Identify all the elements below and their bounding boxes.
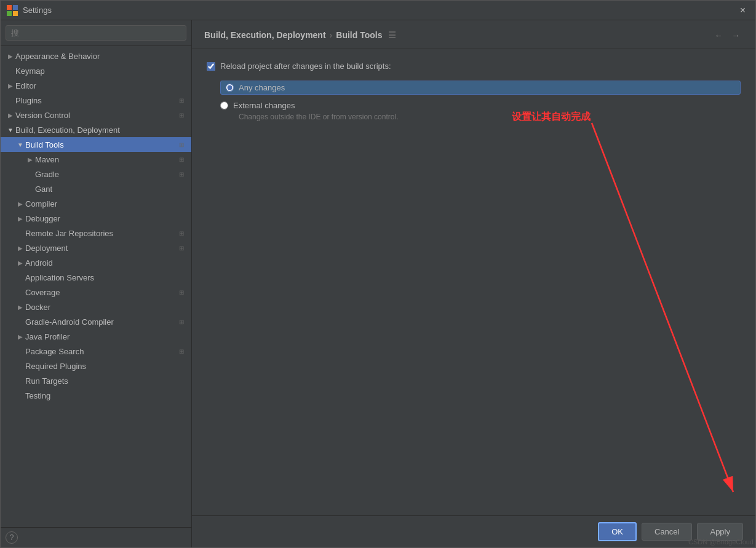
arrow-editor: ▶ (6, 81, 15, 90)
sidebar-item-version-control[interactable]: ▶Version Control⊞ (1, 108, 191, 122)
search-box (1, 20, 191, 46)
svg-rect-3 (13, 11, 18, 16)
search-input[interactable] (6, 25, 186, 41)
arrow-android: ▶ (15, 258, 25, 268)
sidebar-label-coverage: Coverage (25, 288, 177, 297)
arrow-java-profiler: ▶ (15, 332, 25, 341)
sidebar-item-plugins[interactable]: Plugins⊞ (1, 93, 191, 108)
arrow-gant (25, 184, 35, 194)
arrow-required-plugins (15, 361, 25, 371)
sidebar-label-run-targets: Run Targets (25, 376, 186, 386)
sidebar-item-keymap[interactable]: Keymap (1, 63, 191, 78)
svg-rect-2 (7, 11, 12, 16)
sidebar-label-gradle-android: Gradle-Android Compiler (25, 317, 177, 327)
sidebar-item-remote-jar[interactable]: Remote Jar Repositories⊞ (1, 226, 191, 240)
arrow-testing (15, 391, 25, 400)
sidebar-item-gant[interactable]: Gant (1, 181, 191, 196)
settings-icon-package-search: ⊞ (177, 346, 186, 356)
settings-icon-version-control: ⊞ (177, 110, 186, 120)
sidebar-item-build-execution-deployment[interactable]: ▼Build, Execution, Deployment (1, 122, 191, 137)
sidebar-item-android[interactable]: ▶Android (1, 255, 191, 270)
sidebar-item-maven[interactable]: ▶Maven⊞ (1, 152, 191, 167)
sidebar-label-compiler: Compiler (25, 199, 186, 208)
any-changes-radio[interactable] (226, 84, 234, 92)
any-changes-label: Any changes (239, 83, 285, 92)
sidebar-item-java-profiler[interactable]: ▶Java Profiler (1, 329, 191, 344)
annotation-overlay: 设置让其自动完成 (315, 98, 755, 515)
sidebar-item-package-search[interactable]: Package Search⊞ (1, 344, 191, 359)
close-button[interactable]: × (736, 4, 749, 17)
app-icon (7, 5, 18, 16)
arrow-version-control: ▶ (6, 110, 15, 120)
breadcrumb-icon: ☰ (388, 30, 396, 40)
sidebar-label-debugger: Debugger (25, 214, 186, 223)
sidebar-label-package-search: Package Search (25, 347, 177, 356)
sidebar-label-app-servers: Application Servers (25, 273, 186, 282)
arrow-build-execution-deployment: ▼ (6, 125, 15, 135)
arrow-gradle-android (15, 317, 25, 327)
sidebar-label-editor: Editor (15, 81, 186, 90)
window-title: Settings (23, 6, 736, 15)
sidebar-item-editor[interactable]: ▶Editor (1, 78, 191, 93)
settings-icon-coverage: ⊞ (177, 287, 186, 297)
sidebar-item-required-plugins[interactable]: Required Plugins (1, 359, 191, 373)
arrow-keymap (6, 66, 15, 76)
sidebar-label-gant: Gant (35, 185, 186, 194)
sidebar-label-required-plugins: Required Plugins (25, 362, 186, 371)
sidebar-label-plugins: Plugins (15, 96, 177, 105)
arrow-app-servers (15, 272, 25, 282)
forward-button[interactable]: → (728, 28, 743, 42)
reload-checkbox[interactable] (207, 62, 215, 71)
arrow-appearance: ▶ (6, 51, 15, 61)
arrow-remote-jar (15, 228, 25, 238)
settings-icon-gradle: ⊞ (177, 169, 186, 179)
sidebar-item-testing[interactable]: Testing (1, 388, 191, 403)
sidebar-label-gradle: Gradle (35, 170, 177, 179)
breadcrumb-current: Build Tools (336, 30, 382, 40)
settings-icon-gradle-android: ⊞ (177, 317, 186, 327)
svg-rect-1 (13, 5, 18, 10)
help-button[interactable]: ? (6, 531, 18, 544)
content-panel: Build, Execution, Deployment › Build Too… (192, 20, 755, 547)
title-bar: Settings × (1, 1, 755, 20)
sidebar-item-run-targets[interactable]: Run Targets (1, 373, 191, 388)
sidebar-label-build-tools: Build Tools (25, 140, 177, 149)
sidebar-item-gradle-android[interactable]: Gradle-Android Compiler⊞ (1, 314, 191, 329)
back-button[interactable]: ← (711, 28, 726, 42)
sidebar-label-java-profiler: Java Profiler (25, 332, 186, 341)
settings-window: Settings × ▶Appearance & BehaviorKeymap▶… (0, 0, 756, 548)
sidebar-item-debugger[interactable]: ▶Debugger (1, 211, 191, 226)
settings-icon-deployment: ⊞ (177, 243, 186, 253)
external-changes-hint: Changes outside the IDE or from version … (239, 113, 741, 121)
sidebar-item-app-servers[interactable]: Application Servers (1, 270, 191, 285)
sidebar: ▶Appearance & BehaviorKeymap▶EditorPlugi… (1, 20, 192, 547)
svg-rect-0 (7, 5, 12, 10)
ok-button[interactable]: OK (598, 522, 637, 541)
arrow-coverage (15, 287, 25, 297)
sidebar-label-build-execution-deployment: Build, Execution, Deployment (15, 125, 186, 135)
svg-line-5 (592, 123, 733, 492)
cancel-button[interactable]: Cancel (642, 523, 692, 541)
sidebar-item-build-tools[interactable]: ▼Build Tools⊞ (1, 137, 191, 152)
external-changes-radio[interactable] (220, 101, 228, 109)
sidebar-item-gradle[interactable]: Gradle⊞ (1, 167, 191, 181)
sidebar-bottom: ? (1, 527, 191, 547)
arrow-gradle (25, 169, 35, 179)
settings-icon-plugins: ⊞ (177, 95, 186, 105)
external-changes-label: External changes (233, 101, 295, 110)
reload-checkbox-label[interactable]: Reload project after changes in the buil… (207, 62, 391, 71)
content-footer: OK Cancel Apply (192, 515, 755, 547)
arrow-plugins (6, 95, 15, 105)
reload-label-text: Reload project after changes in the buil… (220, 62, 391, 71)
breadcrumb-separator: › (330, 30, 333, 40)
sidebar-item-docker[interactable]: ▶Docker (1, 300, 191, 314)
sidebar-item-appearance[interactable]: ▶Appearance & Behavior (1, 49, 191, 63)
sidebar-item-compiler[interactable]: ▶Compiler (1, 196, 191, 211)
arrow-svg (315, 98, 755, 515)
breadcrumb-parent: Build, Execution, Deployment (204, 30, 326, 40)
sidebar-item-coverage[interactable]: Coverage⊞ (1, 285, 191, 300)
any-changes-option[interactable]: Any changes (220, 81, 741, 95)
external-changes-option[interactable]: External changes (220, 101, 741, 110)
sidebar-item-deployment[interactable]: ▶Deployment⊞ (1, 240, 191, 255)
content-header: Build, Execution, Deployment › Build Too… (192, 20, 755, 49)
